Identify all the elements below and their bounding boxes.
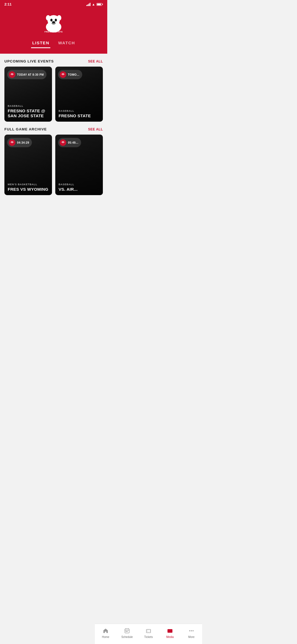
svg-point-3 [57, 15, 61, 21]
svg-point-8 [12, 74, 13, 75]
tab-watch[interactable]: WATCH [57, 38, 76, 48]
svg-point-10 [12, 142, 13, 143]
radio-icon-1 [9, 71, 15, 78]
svg-point-9 [62, 74, 64, 75]
radio-icon-2 [60, 71, 66, 78]
upcoming-title: UPCOMING LIVE EVENTS [4, 59, 54, 63]
svg-point-4 [50, 19, 53, 21]
archive-card-1-badge: 04:34:29 [7, 138, 32, 147]
svg-point-2 [46, 15, 50, 21]
card-1-badge: TODAY AT 8:30 PM [7, 70, 46, 79]
upcoming-card-1[interactable]: TODAY AT 8:30 PM BASEBALL FRESNO STATE @… [4, 67, 52, 122]
archive-card-1-content: MEN'S BASKETBALL FRES VS WYOMING [8, 183, 49, 192]
archive-title: FULL GAME ARCHIVE [4, 127, 47, 131]
archive-card-2[interactable]: 05:49... BASEBALL VS. AIR... [55, 135, 103, 195]
archive-card-2-time: 05:49... [68, 141, 78, 144]
status-time: 2:11 [4, 2, 12, 6]
archive-section-header: FULL GAME ARCHIVE SEE ALL [0, 122, 107, 135]
archive-card-2-badge: 05:49... [58, 138, 81, 147]
card-2-content: BASEBALL FRESNO STATE [59, 110, 100, 118]
card-2-sport: BASEBALL [59, 110, 100, 112]
main-content: UPCOMING LIVE EVENTS SEE ALL TODAY AT 8:… [0, 54, 107, 217]
status-bar: 2:11 ▲ [0, 0, 107, 7]
wifi-icon: ▲ [92, 2, 95, 6]
tab-listen[interactable]: LISTEN [31, 38, 50, 48]
radio-icon-3 [9, 139, 15, 146]
svg-point-11 [62, 142, 64, 143]
archive-see-all[interactable]: SEE ALL [88, 127, 103, 131]
archive-card-2-title: VS. AIR... [59, 187, 100, 192]
card-1-badge-text: TODAY AT 8:30 PM [17, 73, 44, 76]
archive-card-2-content: BASEBALL VS. AIR... [59, 183, 100, 192]
upcoming-see-all[interactable]: SEE ALL [88, 59, 103, 63]
upcoming-cards-row: TODAY AT 8:30 PM BASEBALL FRESNO STATE @… [0, 67, 107, 122]
upcoming-card-2[interactable]: TOMO... BASEBALL FRESNO STATE [55, 67, 103, 122]
radio-icon-4 [60, 139, 66, 146]
tab-row: LISTEN WATCH [24, 38, 83, 48]
card-2-badge: TOMO... [58, 70, 82, 79]
app-logo: FRESNO STATE [41, 12, 66, 34]
status-icons: ▲ [86, 2, 103, 6]
archive-card-1-title: FRES VS WYOMING [8, 187, 49, 192]
archive-card-1-sport: MEN'S BASKETBALL [8, 183, 49, 186]
archive-cards-row: 04:34:29 MEN'S BASKETBALL FRES VS WYOMIN… [0, 135, 107, 195]
archive-card-2-sport: BASEBALL [59, 183, 100, 186]
card-1-title: FRESNO STATE @ SAN JOSE STATE [8, 108, 49, 118]
card-2-title: FRESNO STATE [59, 113, 100, 118]
signal-icon [86, 3, 90, 6]
svg-text:FRESNO STATE: FRESNO STATE [45, 31, 63, 33]
upcoming-section-header: UPCOMING LIVE EVENTS SEE ALL [0, 54, 107, 67]
svg-point-6 [52, 21, 55, 23]
card-2-badge-text: TOMO... [68, 73, 79, 76]
archive-card-1-time: 04:34:29 [17, 141, 29, 144]
archive-card-1[interactable]: 04:34:29 MEN'S BASKETBALL FRES VS WYOMIN… [4, 135, 52, 195]
app-header: FRESNO STATE LISTEN WATCH [0, 7, 107, 54]
card-1-content: BASEBALL FRESNO STATE @ SAN JOSE STATE [8, 105, 49, 118]
svg-point-5 [55, 19, 57, 21]
battery-icon [97, 3, 103, 6]
card-1-sport: BASEBALL [8, 105, 49, 107]
